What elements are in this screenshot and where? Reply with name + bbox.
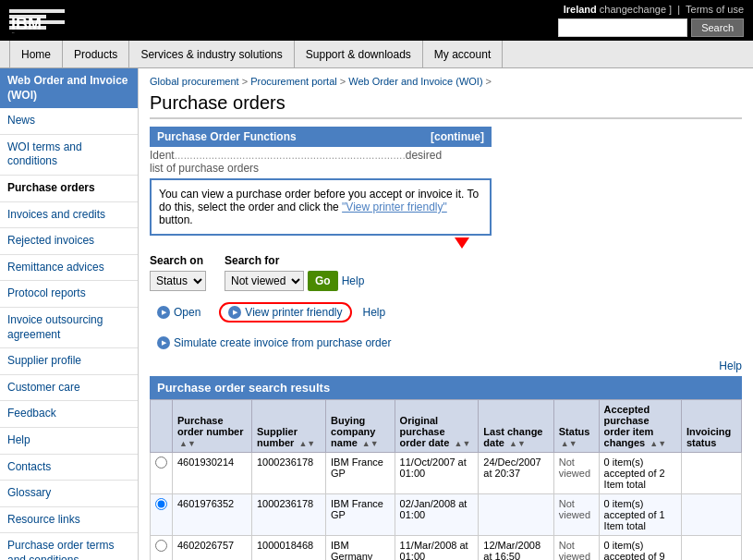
sidebar-item-glossary[interactable]: Glossary — [0, 481, 138, 507]
results-table: Purchase order number ▲▼ Supplier number… — [150, 399, 742, 560]
th-status[interactable]: Status ▲▼ — [553, 400, 599, 453]
sidebar-item-protocol[interactable]: Protocol reports — [0, 281, 138, 308]
simulate-label: Simulate create invoice from purchase or… — [174, 336, 391, 349]
action-help-link[interactable]: Help — [363, 306, 386, 319]
continue-button[interactable]: [continue] — [431, 130, 484, 143]
th-orig-date[interactable]: Original purchase order date ▲▼ — [395, 400, 479, 453]
breadcrumb-woi[interactable]: Web Order and Invoice (WOI) — [348, 76, 482, 87]
change-country-link[interactable]: change — [600, 4, 633, 15]
results-section: Purchase order search results Purchase o… — [150, 376, 742, 560]
row1-accepted: 0 item(s) accepted of 2 Item total — [599, 453, 681, 494]
row1-radio[interactable] — [155, 457, 167, 469]
po-functions-bar: Purchase Order Functions [continue] — [150, 127, 492, 147]
red-down-arrow-icon — [455, 237, 469, 249]
breadcrumb-global[interactable]: Global procurement — [150, 76, 239, 87]
sidebar-item-supplier[interactable]: Supplier profile — [0, 348, 138, 375]
row3-buying-company: IBM Germany GP — [326, 536, 395, 561]
search-for-group: Search for Not viewed Go Help — [225, 254, 364, 291]
nav-products[interactable]: Products — [63, 41, 129, 68]
th-supplier[interactable]: Supplier number ▲▼ — [251, 400, 325, 453]
svg-text:®: ® — [11, 32, 16, 33]
row2-last-change — [479, 494, 553, 536]
row2-radio[interactable] — [155, 498, 167, 510]
terms-link[interactable]: Terms of use — [686, 4, 744, 15]
sidebar-item-resource[interactable]: Resource links — [0, 507, 138, 534]
row2-supplier: 1000236178 — [251, 494, 325, 536]
main-content: Global procurement > Procurement portal … — [139, 68, 753, 560]
sidebar-item-customer[interactable]: Customer care — [0, 375, 138, 402]
search-for-select[interactable]: Not viewed — [225, 271, 304, 291]
search-on-select[interactable]: Status — [150, 271, 206, 291]
simulate-row: Simulate create invoice from purchase or… — [150, 334, 742, 352]
th-last-change[interactable]: Last change date ▲▼ — [479, 400, 553, 453]
sidebar-item-purchase-orders[interactable]: Purchase orders — [0, 176, 138, 202]
row2-status: Not viewed — [553, 494, 599, 536]
row1-invoicing — [681, 453, 741, 494]
sidebar-item-help[interactable]: Help — [0, 428, 138, 455]
row3-accepted: 0 item(s) accepted of 9 Item total — [599, 536, 681, 561]
sidebar-item-invoice-outsourcing[interactable]: Invoice outsourcing agreement — [0, 308, 138, 348]
top-right-controls: Ireland changechange ] | Terms of use Se… — [558, 4, 744, 37]
open-arrow-icon — [157, 306, 170, 319]
go-button[interactable]: Go — [308, 271, 338, 291]
sidebar-item-remittance[interactable]: Remittance advices — [0, 255, 138, 282]
main-nav: Home Products Services & industry soluti… — [0, 41, 753, 68]
svg-rect-0 — [9, 9, 65, 13]
nav-home[interactable]: Home — [9, 41, 63, 68]
results-header: Purchase order search results — [150, 376, 742, 399]
layout: Web Order and Invoice (WOI) News WOI ter… — [0, 68, 753, 560]
printer-friendly-ref: "View printer friendly" — [342, 201, 447, 213]
th-po-number[interactable]: Purchase order number ▲▼ — [173, 400, 252, 453]
sidebar-item-contacts[interactable]: Contacts — [0, 455, 138, 481]
sidebar-item-woi-terms[interactable]: WOI terms and conditions — [0, 135, 138, 176]
table-row: 4601976352 1000236178 IBM France GP 02/J… — [151, 494, 742, 536]
row2-invoicing — [681, 494, 741, 536]
row1-orig-date: 11/Oct/2007 at 01:00 — [395, 453, 479, 494]
search-input[interactable] — [558, 18, 687, 37]
results-help-link[interactable]: Help — [719, 359, 742, 372]
row1-po-number: 4601930214 — [173, 453, 252, 494]
nav-myaccount[interactable]: My account — [423, 41, 503, 68]
sidebar-item-rejected[interactable]: Rejected invoices — [0, 228, 138, 255]
nav-services[interactable]: Services & industry solutions — [129, 41, 294, 68]
row2-select-cell — [151, 494, 173, 536]
nav-support[interactable]: Support & downloads — [295, 41, 423, 68]
row3-select-cell — [151, 536, 173, 561]
sidebar: Web Order and Invoice (WOI) News WOI ter… — [0, 68, 139, 560]
printer-friendly-arrow-icon — [228, 306, 241, 319]
row2-po-number: 4601976352 — [173, 494, 252, 536]
row3-invoicing — [681, 536, 741, 561]
search-for-row: Not viewed Go Help — [225, 271, 364, 291]
table-body: 4601930214 1000236178 IBM France GP 11/O… — [151, 453, 742, 561]
row3-orig-date: 11/Mar/2008 at 01:00 — [395, 536, 479, 561]
svg-text:IBM: IBM — [11, 15, 42, 33]
sidebar-item-po-terms[interactable]: Purchase order terms and conditions — [0, 533, 138, 560]
sidebar-item-invoices[interactable]: Invoices and credits — [0, 202, 138, 229]
simulate-button[interactable]: Simulate create invoice from purchase or… — [150, 334, 742, 352]
row3-radio[interactable] — [155, 540, 167, 552]
country-name: Ireland — [564, 4, 597, 15]
breadcrumb: Global procurement > Procurement portal … — [150, 76, 742, 87]
search-button[interactable]: Search — [691, 18, 744, 37]
th-accepted[interactable]: Accepted purchase order item changes ▲▼ — [599, 400, 681, 453]
search-on-group: Search on Status — [150, 254, 206, 291]
row3-supplier: 1000018468 — [251, 536, 325, 561]
tooltip-end: button. — [159, 213, 193, 226]
th-select — [151, 400, 173, 453]
row1-select-cell — [151, 453, 173, 494]
sidebar-item-feedback[interactable]: Feedback — [0, 401, 138, 428]
open-button[interactable]: Open — [150, 303, 208, 322]
row2-buying-company: IBM France GP — [326, 494, 395, 536]
row2-accepted: 0 item(s) accepted of 1 Item total — [599, 494, 681, 536]
breadcrumb-procurement[interactable]: Procurement portal — [250, 76, 337, 87]
row1-last-change: 24/Dec/2007 at 20:37 — [479, 453, 553, 494]
sidebar-header: Web Order and Invoice (WOI) — [0, 68, 138, 108]
printer-friendly-button[interactable]: View printer friendly — [219, 302, 351, 323]
search-help-link[interactable]: Help — [342, 274, 365, 287]
search-area: Search on Status Search for Not viewed G… — [150, 254, 742, 291]
search-for-label: Search for — [225, 254, 364, 267]
po-functions-label: Purchase Order Functions — [157, 130, 297, 143]
identity-row: Ident...................................… — [150, 149, 492, 175]
sidebar-item-news[interactable]: News — [0, 108, 138, 135]
th-buying-company[interactable]: Buying company name ▲▼ — [326, 400, 395, 453]
